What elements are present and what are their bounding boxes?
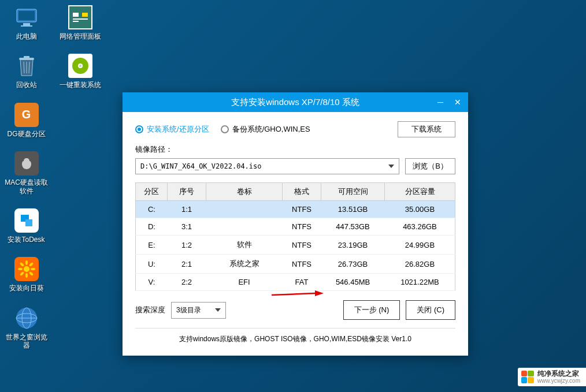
radio-icon bbox=[221, 125, 229, 133]
svg-rect-22 bbox=[73, 13, 79, 17]
close-button[interactable]: 关闭 (C) bbox=[406, 300, 455, 320]
svg-rect-25 bbox=[73, 21, 79, 22]
col-free: 可用空间 bbox=[321, 183, 385, 201]
svg-rect-24 bbox=[73, 18, 88, 20]
table-row[interactable]: V:2:2EFIFAT546.45MB1021.22MB bbox=[136, 274, 455, 291]
desktop-icon-sunflower[interactable]: 安装向日葵 bbox=[5, 256, 48, 292]
col-format: 格式 bbox=[283, 183, 321, 201]
col-partition: 分区 bbox=[136, 183, 168, 201]
trash-icon bbox=[17, 55, 36, 77]
watermark: 纯净系统之家 www.ycwjzy.com bbox=[518, 368, 586, 386]
col-volume: 卷标 bbox=[206, 183, 283, 201]
desktop-icon-todesk[interactable]: 安装ToDesk bbox=[5, 208, 48, 244]
svg-point-11 bbox=[25, 273, 28, 278]
svg-rect-3 bbox=[21, 25, 32, 27]
search-depth-label: 搜索深度 bbox=[135, 305, 165, 315]
partition-table: 分区 序号 卷标 格式 可用空间 分区容量 C:1:1NTFS13.51GB35… bbox=[135, 182, 455, 291]
installer-window: 支持安装windows XP/7/8/10 系统 ─ ✕ 安装系统/还原分区 备… bbox=[123, 92, 468, 356]
table-row[interactable]: U:2:1系统之家NTFS26.73GB26.82GB bbox=[136, 255, 455, 274]
svg-rect-1 bbox=[18, 11, 35, 20]
network-icon bbox=[68, 5, 92, 29]
svg-rect-5 bbox=[24, 56, 29, 58]
next-button[interactable]: 下一步 (N) bbox=[343, 300, 400, 320]
image-path-label: 镜像路径： bbox=[135, 144, 455, 155]
svg-point-28 bbox=[79, 65, 81, 67]
dg-icon: G bbox=[14, 103, 39, 127]
radio-icon bbox=[135, 125, 143, 133]
table-row[interactable]: C:1:1NTFS13.51GB35.00GB bbox=[136, 201, 455, 218]
desktop-icon-dg-partition[interactable]: G DG硬盘分区 bbox=[5, 102, 48, 138]
desktop-icon-recycle-bin[interactable]: 回收站 bbox=[5, 53, 48, 89]
sunflower-icon bbox=[14, 257, 39, 281]
mac-disk-icon bbox=[14, 151, 39, 176]
watermark-logo-icon bbox=[521, 371, 534, 383]
chevron-down-icon bbox=[215, 308, 221, 312]
svg-point-14 bbox=[19, 262, 24, 267]
desktop-icon-mac-disk[interactable]: MAC硬盘读取软件 bbox=[5, 151, 48, 195]
pc-icon bbox=[15, 8, 38, 27]
svg-point-9 bbox=[24, 266, 29, 272]
cd-icon bbox=[68, 54, 92, 78]
table-row[interactable]: D:3:1NTFS447.53GB463.26GB bbox=[136, 218, 455, 236]
svg-point-10 bbox=[25, 260, 28, 265]
minimize-button[interactable]: ─ bbox=[435, 96, 446, 108]
desktop-icons: 此电脑 回收站 G DG硬盘分区 MAC硬盘读取软件 安装ToDesk 安装向日… bbox=[5, 5, 112, 350]
col-seq: 序号 bbox=[168, 183, 206, 201]
svg-rect-2 bbox=[23, 23, 30, 25]
svg-point-16 bbox=[28, 262, 33, 267]
radio-backup[interactable]: 备份系统/GHO,WIN,ES bbox=[221, 124, 310, 135]
globe-icon bbox=[15, 307, 38, 330]
search-depth-select[interactable]: 3级目录 bbox=[171, 302, 226, 319]
svg-point-12 bbox=[18, 268, 23, 270]
desktop-icon-reinstall[interactable]: 一键重装系统 bbox=[58, 53, 102, 89]
close-window-button[interactable]: ✕ bbox=[452, 96, 463, 108]
radio-install-restore[interactable]: 安装系统/还原分区 bbox=[135, 124, 209, 135]
svg-rect-23 bbox=[82, 13, 88, 17]
download-system-button[interactable]: 下载系统 bbox=[398, 121, 455, 137]
desktop-icon-network-panel[interactable]: 网络管理面板 bbox=[58, 5, 102, 40]
desktop-icon-this-pc[interactable]: 此电脑 bbox=[5, 5, 48, 40]
svg-point-17 bbox=[19, 271, 24, 276]
chevron-down-icon bbox=[388, 165, 394, 168]
svg-point-13 bbox=[31, 268, 35, 270]
table-row[interactable]: E:1:2软件NTFS23.19GB24.99GB bbox=[136, 236, 455, 255]
col-capacity: 分区容量 bbox=[385, 183, 455, 201]
footer-text: 支持windows原版镜像，GHOST ISO镜像，GHO,WIM,ESD镜像安… bbox=[135, 328, 455, 349]
browse-button[interactable]: 浏览（B） bbox=[405, 158, 455, 174]
window-title: 支持安装windows XP/7/8/10 系统 bbox=[231, 97, 359, 108]
image-path-select[interactable]: D:\G_WIN7_X64_OK_V2022.04.iso bbox=[135, 158, 399, 174]
desktop-icon-browser[interactable]: 世界之窗浏览器 bbox=[5, 305, 48, 350]
svg-point-15 bbox=[28, 271, 33, 276]
todesk-icon bbox=[14, 208, 39, 233]
titlebar[interactable]: 支持安装windows XP/7/8/10 系统 ─ ✕ bbox=[123, 92, 468, 112]
